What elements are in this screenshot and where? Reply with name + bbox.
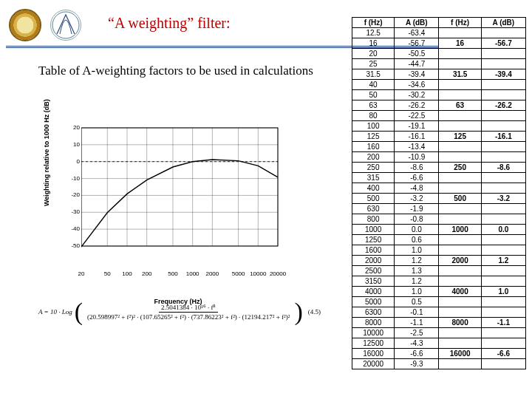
table-row: 500-3.2500-3.2	[352, 194, 526, 204]
table-row: 16-56.716-56.7	[352, 38, 526, 49]
formula-fraction: 2.5041384 · 10¹⁶ · f⁸ (20.598997² + f²)²…	[85, 304, 293, 321]
table-header: f (Hz)	[352, 18, 395, 28]
chart-y-tick: 10	[66, 141, 80, 148]
chart-y-tick: 0	[66, 158, 80, 165]
svg-rect-1	[81, 128, 278, 246]
table-row: 315-6.6	[352, 173, 526, 183]
caption-text: Table of A-weighting factors to be used …	[38, 63, 334, 78]
table-row: 50000.5	[352, 297, 526, 307]
table-row: 40001.040001.0	[352, 287, 526, 297]
table-row: 10000.010000.0	[352, 225, 526, 235]
chart-plot-area	[81, 125, 281, 265]
chart-x-tick: 500	[168, 270, 177, 277]
table-row: 31501.2	[352, 276, 526, 287]
table-row: 125-16.1125-16.1	[352, 132, 526, 142]
table-row: 100-19.1	[352, 121, 526, 132]
chart-x-tick: 20	[78, 270, 85, 277]
table-row: 20000-9.3	[352, 359, 526, 369]
table-row: 250-8.6250-8.6	[352, 163, 526, 173]
table-header: f (Hz)	[439, 18, 481, 28]
table-row: 12500-4.3	[352, 338, 526, 349]
chart-x-tick: 100	[122, 270, 132, 277]
table-row: 25001.3	[352, 266, 526, 276]
chart-x-tick: 5000	[232, 270, 245, 277]
table-row: 8000-1.18000-1.1	[352, 318, 526, 328]
table-row: 12500.6	[352, 235, 526, 245]
table-row: 25-44.7	[352, 59, 526, 69]
table-row: 200-10.9	[352, 152, 526, 163]
table-row: 10000-2.5	[352, 328, 526, 338]
a-weighting-table: f (Hz)A (dB)f (Hz)A (dB)12.5-63.4 16-56.…	[352, 17, 526, 369]
table-row: 16000-6.616000-6.6	[352, 349, 526, 359]
table-row: 6300-0.1	[352, 307, 526, 318]
formula-block: A = 10 · Log ( 2.5041384 · 10¹⁶ · f⁸ (20…	[38, 299, 335, 324]
table-header: A (dB)	[481, 18, 525, 28]
table-row: 12.5-63.4	[352, 28, 526, 38]
chart-y-tick: -40	[66, 225, 80, 232]
chart-x-tick: 200	[142, 270, 151, 277]
table-row: 50-30.2	[352, 90, 526, 100]
chart-x-tick: 50	[104, 270, 111, 277]
table-row: 16001.0	[352, 245, 526, 256]
chart-y-tick: -20	[66, 191, 80, 198]
chart-x-tick: 20000	[270, 270, 286, 277]
chart-y-tick: -10	[66, 175, 80, 182]
chart-y-tick: -30	[66, 208, 80, 215]
chart-x-tick: 10000	[250, 270, 266, 277]
table-row: 80-22.5	[352, 111, 526, 121]
table-header: A (dB)	[395, 18, 439, 28]
chart-x-tick: 2000	[205, 270, 219, 277]
paren-close-icon: )	[294, 299, 304, 324]
table-row: 40-34.6	[352, 80, 526, 90]
formula-eq-number: (4.5)	[308, 308, 321, 316]
table-row: 20-50.5	[352, 49, 526, 59]
table-row: 800-0.8	[352, 214, 526, 225]
chart-y-axis-label: Weighting relative to 1000 Hz (dB)	[43, 99, 50, 206]
a-weighting-chart: Weighting relative to 1000 Hz (dB) 20100…	[56, 125, 300, 287]
paren-open-icon: (	[74, 299, 83, 324]
slide-body: Table of A-weighting factors to be used …	[6, 58, 526, 399]
table-row: 400-4.8	[352, 183, 526, 194]
table-row: 20001.220001.2	[352, 256, 526, 266]
table-row: 630-1.9	[352, 204, 526, 214]
chart-y-tick: -50	[66, 242, 80, 249]
table-row: 63-26.263-26.2	[352, 100, 526, 111]
slide-title: “A weighting” filter:	[108, 15, 231, 32]
chart-y-tick: 20	[66, 124, 80, 131]
table-row: 31.5-39.431.5-39.4	[352, 69, 526, 80]
formula-lhs: A = 10 · Log	[38, 308, 72, 316]
university-seal-icon	[9, 9, 41, 41]
audio-society-icon	[50, 10, 81, 41]
table-row: 160-13.4	[352, 142, 526, 152]
chart-x-tick: 1000	[186, 270, 200, 277]
